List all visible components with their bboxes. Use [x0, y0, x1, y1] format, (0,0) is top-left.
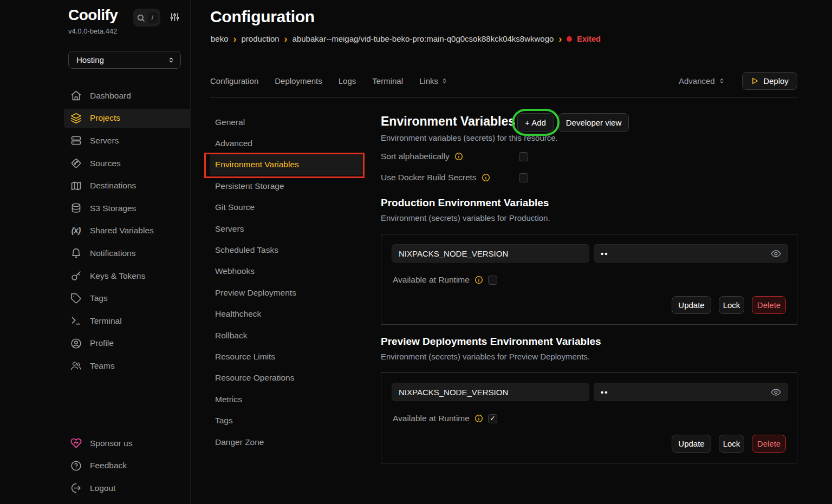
resource-tabs: Configuration Deployments Logs Terminal …: [210, 76, 448, 86]
delete-button[interactable]: Delete: [752, 435, 786, 453]
sidebar-item-servers[interactable]: Servers: [0, 129, 191, 152]
team-selector[interactable]: Hosting: [68, 51, 181, 69]
sidebar-item-shared-variables[interactable]: (x) Shared Variables: [0, 220, 191, 243]
subnav-item-resource-limits[interactable]: Resource Limits: [210, 346, 365, 367]
sidebar-item-sponsor[interactable]: Sponsor us: [0, 432, 191, 455]
sidebar-item-label: Teams: [90, 361, 115, 371]
page-title: Configuration: [210, 8, 315, 26]
home-icon: [70, 90, 82, 101]
chevron-right-icon: ›: [558, 35, 562, 43]
subnav-item-git-source[interactable]: Git Source: [210, 197, 365, 218]
tab-configuration[interactable]: Configuration: [210, 76, 258, 86]
info-icon: [454, 152, 463, 161]
subnav-item-servers[interactable]: Servers: [210, 218, 365, 239]
sidebar-item-label: Profile: [90, 338, 114, 348]
info-icon: [474, 414, 483, 423]
logout-icon: [70, 482, 82, 494]
eye-icon[interactable]: [771, 387, 781, 397]
subnav-item-tags[interactable]: Tags: [210, 410, 365, 431]
tab-logs[interactable]: Logs: [339, 76, 356, 86]
breadcrumb-environment[interactable]: production: [242, 34, 280, 43]
sidebar-item-label: Shared Variables: [90, 226, 154, 235]
tag-icon: [70, 293, 82, 304]
subnav-item-webhooks[interactable]: Webhooks: [210, 261, 365, 282]
add-variable-button[interactable]: + Add: [517, 113, 554, 132]
search-button[interactable]: /: [133, 9, 160, 27]
subnav-item-persistent-storage[interactable]: Persistent Storage: [210, 175, 365, 197]
advanced-dropdown[interactable]: Advanced: [679, 76, 725, 86]
subnav-item-rollback[interactable]: Rollback: [210, 325, 365, 346]
sort-alphabetically-checkbox[interactable]: [519, 152, 528, 161]
tab-terminal[interactable]: Terminal: [372, 76, 403, 86]
preview-env-subtitle: Environment (secrets) variables for Prev…: [381, 352, 590, 361]
subnav-item-general[interactable]: General: [210, 112, 365, 133]
variable-key-input[interactable]: [392, 383, 589, 401]
production-env-heading: Production Environment Variables: [381, 197, 549, 209]
sidebar-item-label: Projects: [90, 113, 120, 123]
docker-build-secrets-checkbox[interactable]: [519, 173, 528, 182]
subnav-item-danger-zone[interactable]: Danger Zone: [210, 431, 365, 453]
eye-icon[interactable]: [771, 248, 781, 259]
masked-value: ••: [601, 249, 771, 258]
delete-button[interactable]: Delete: [752, 296, 786, 314]
map-icon: [70, 180, 82, 192]
sort-alphabetically-label: Sort alphabetically: [381, 152, 450, 161]
tab-deployments[interactable]: Deployments: [275, 76, 322, 86]
bell-icon: [70, 247, 82, 259]
sidebar-footer: Sponsor us Feedback Logout: [0, 432, 191, 500]
subnav-item-scheduled-tasks[interactable]: Scheduled Tasks: [210, 239, 365, 260]
sidebar-item-label: Notifications: [90, 248, 135, 258]
play-icon: [751, 77, 759, 85]
chevron-updown-icon: [441, 77, 448, 84]
team-selector-value: Hosting: [76, 55, 167, 64]
docker-build-secrets-row: Use Docker Build Secrets: [381, 173, 490, 182]
deploy-button[interactable]: Deploy: [742, 72, 797, 90]
developer-view-button[interactable]: Developer view: [558, 113, 629, 132]
production-variable-card: •• Available at Runtime Update Lock Dele…: [381, 234, 797, 325]
settings-subnav: General Advanced Environment Variables P…: [210, 112, 365, 453]
app-logo: Coolify: [68, 6, 118, 24]
sidebar-item-feedback[interactable]: Feedback: [0, 455, 191, 477]
subnav-item-healthcheck[interactable]: Healthcheck: [210, 304, 365, 325]
sidebar-item-tags[interactable]: Tags: [0, 287, 191, 310]
info-icon: [482, 173, 490, 182]
sidebar-item-label: Servers: [90, 136, 119, 146]
subnav-item-resource-operations[interactable]: Resource Operations: [210, 368, 365, 389]
sidebar-item-sources[interactable]: Sources: [0, 152, 191, 175]
variable-key-input[interactable]: [392, 244, 589, 263]
chevron-right-icon: ›: [233, 35, 237, 43]
available-at-runtime-checkbox[interactable]: ✓: [488, 414, 497, 423]
sidebar-item-s3-storages[interactable]: S3 Storages: [0, 197, 191, 220]
subnav-item-preview-deployments[interactable]: Preview Deployments: [210, 282, 365, 303]
breadcrumb-resource[interactable]: abubakar--meigag/vid-tube-beko-pro:main-…: [292, 34, 554, 43]
sidebar-item-destinations[interactable]: Destinations: [0, 174, 191, 197]
subnav-item-advanced[interactable]: Advanced: [210, 133, 365, 154]
sidebar-item-keys-tokens[interactable]: Keys & Tokens: [0, 265, 191, 287]
sidebar-item-terminal[interactable]: Terminal: [0, 310, 191, 332]
sidebar-item-projects[interactable]: Projects: [0, 107, 191, 130]
settings-sliders-icon[interactable]: [170, 12, 180, 22]
subnav-item-metrics[interactable]: Metrics: [210, 389, 365, 410]
breadcrumb-project[interactable]: beko: [211, 34, 229, 43]
lock-button[interactable]: Lock: [719, 435, 744, 453]
available-at-runtime-label: Available at Runtime: [393, 275, 470, 285]
update-button[interactable]: Update: [672, 296, 711, 314]
tab-links[interactable]: Links: [419, 76, 448, 86]
sidebar-item-label: Sponsor us: [90, 438, 132, 448]
variable-value-field[interactable]: ••: [594, 383, 788, 401]
sidebar-item-profile[interactable]: Profile: [0, 332, 191, 355]
available-at-runtime-checkbox[interactable]: [488, 276, 497, 285]
sidebar-item-logout[interactable]: Logout: [0, 477, 191, 500]
sidebar-item-dashboard[interactable]: Dashboard: [0, 84, 191, 107]
variable-actions: Update Lock Delete: [672, 296, 786, 314]
update-button[interactable]: Update: [672, 435, 711, 453]
docker-build-secrets-label: Use Docker Build Secrets: [381, 173, 477, 182]
subnav-item-environment-variables[interactable]: Environment Variables: [210, 154, 365, 175]
variable-value-field[interactable]: ••: [594, 244, 788, 263]
sidebar-item-notifications[interactable]: Notifications: [0, 242, 191, 265]
deploy-label: Deploy: [763, 76, 789, 86]
chevron-updown-icon: [167, 56, 175, 64]
sidebar-item-teams[interactable]: Teams: [0, 355, 191, 377]
search-icon: [136, 14, 145, 22]
lock-button[interactable]: Lock: [719, 296, 744, 314]
